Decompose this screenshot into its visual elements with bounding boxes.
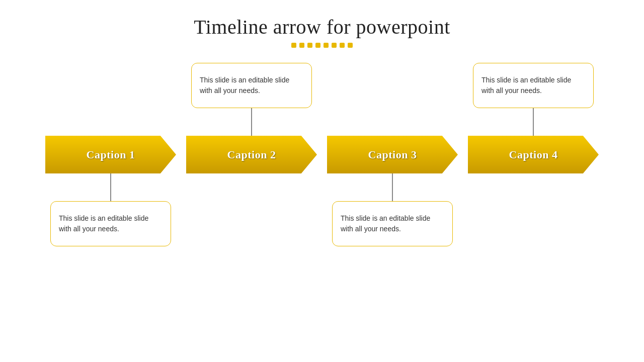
text-box-2: This slide is an editable slide with all…	[191, 63, 312, 108]
arrow-label-4: Caption 4	[509, 148, 558, 161]
dot	[332, 43, 337, 48]
dot	[348, 43, 353, 48]
dot	[324, 43, 329, 48]
arrow-4: Caption 4	[468, 136, 599, 173]
dot	[291, 43, 296, 48]
dot	[340, 43, 345, 48]
text-box-4: This slide is an editable slide with all…	[473, 63, 594, 108]
connector-top-2	[251, 108, 252, 136]
arrow-label-1: Caption 1	[87, 148, 135, 161]
dot	[307, 43, 312, 48]
text-content-4: This slide is an editable slide with all…	[481, 75, 585, 96]
text-box-3: This slide is an editable slide with all…	[332, 201, 453, 246]
arrow-2: Caption 2	[186, 136, 317, 173]
connector-bottom-3	[392, 173, 393, 201]
arrow-3: Caption 3	[327, 136, 458, 173]
timeline: Caption 1This slide is an editable slide…	[20, 63, 624, 246]
connector-top-4	[533, 108, 534, 136]
arrow-1: Caption 1	[45, 136, 176, 173]
step-1: Caption 1This slide is an editable slide…	[40, 63, 181, 246]
text-content-2: This slide is an editable slide with all…	[200, 75, 303, 96]
decorative-dots	[20, 43, 624, 48]
step-2: This slide is an editable slide with all…	[181, 63, 322, 246]
dot	[299, 43, 304, 48]
slide: Timeline arrow for powerpoint Caption 1T…	[0, 0, 644, 362]
step-3: Caption 3This slide is an editable slide…	[322, 63, 463, 246]
text-box-1: This slide is an editable slide with all…	[50, 201, 171, 246]
connector-bottom-1	[110, 173, 111, 201]
arrow-label-2: Caption 2	[227, 148, 276, 161]
step-4: This slide is an editable slide with all…	[463, 63, 604, 246]
text-content-1: This slide is an editable slide with all…	[59, 213, 163, 234]
dot	[315, 43, 320, 48]
arrow-label-3: Caption 3	[368, 148, 417, 161]
page-title: Timeline arrow for powerpoint	[20, 15, 624, 39]
text-content-3: This slide is an editable slide with all…	[341, 213, 444, 234]
